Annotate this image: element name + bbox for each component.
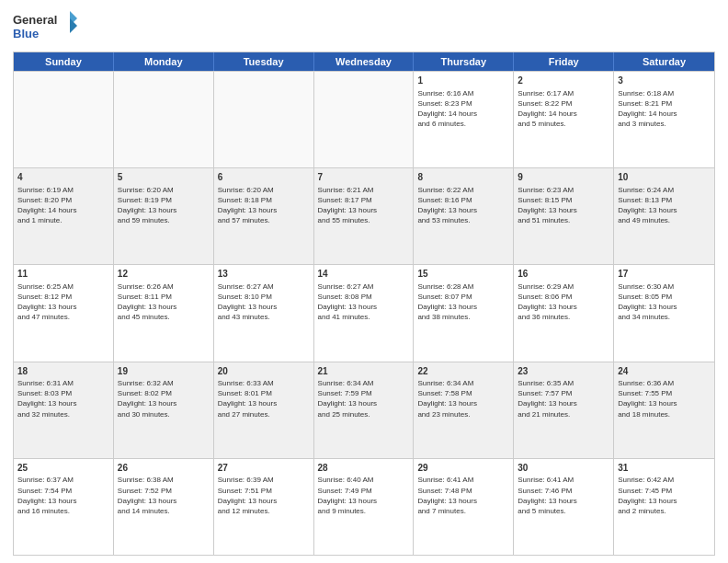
header-day-tuesday: Tuesday bbox=[214, 52, 314, 71]
day-number: 19 bbox=[118, 365, 210, 378]
cal-cell-empty-0 bbox=[14, 72, 114, 167]
cal-cell-28: 28Sunrise: 6:40 AMSunset: 7:49 PMDayligh… bbox=[314, 459, 415, 555]
cell-text: Daylight: 13 hours bbox=[318, 205, 410, 215]
cell-text: Daylight: 14 hours bbox=[17, 205, 109, 215]
cell-text: Sunset: 7:54 PM bbox=[17, 486, 109, 496]
cell-text: Daylight: 13 hours bbox=[17, 302, 109, 312]
cell-text: Sunset: 8:19 PM bbox=[118, 195, 210, 205]
cal-cell-4: 4Sunrise: 6:19 AMSunset: 8:20 PMDaylight… bbox=[14, 168, 114, 264]
day-number: 6 bbox=[218, 171, 310, 184]
cal-cell-13: 13Sunrise: 6:27 AMSunset: 8:10 PMDayligh… bbox=[214, 265, 314, 361]
cell-text: Sunset: 7:45 PM bbox=[618, 486, 711, 496]
cell-text: Sunset: 7:52 PM bbox=[118, 486, 210, 496]
cal-cell-12: 12Sunrise: 6:26 AMSunset: 8:11 PMDayligh… bbox=[114, 265, 214, 361]
cell-text: Daylight: 13 hours bbox=[218, 205, 310, 215]
day-number: 13 bbox=[218, 268, 310, 281]
cell-text: Daylight: 13 hours bbox=[518, 398, 609, 408]
header-day-sunday: Sunday bbox=[14, 52, 114, 71]
cal-cell-26: 26Sunrise: 6:38 AMSunset: 7:52 PMDayligh… bbox=[114, 459, 214, 555]
cal-cell-16: 16Sunrise: 6:29 AMSunset: 8:06 PMDayligh… bbox=[514, 265, 614, 361]
cell-text: Sunrise: 6:24 AM bbox=[618, 185, 711, 195]
cal-row-4: 25Sunrise: 6:37 AMSunset: 7:54 PMDayligh… bbox=[14, 458, 714, 555]
cell-text: Sunrise: 6:29 AM bbox=[518, 282, 609, 292]
cal-cell-8: 8Sunrise: 6:22 AMSunset: 8:16 PMDaylight… bbox=[414, 168, 514, 264]
cell-text: Sunrise: 6:25 AM bbox=[17, 282, 109, 292]
cell-text: Daylight: 13 hours bbox=[618, 302, 711, 312]
day-number: 28 bbox=[318, 462, 410, 475]
cell-text: and 36 minutes. bbox=[518, 312, 609, 322]
cell-text: Sunset: 8:13 PM bbox=[618, 195, 711, 205]
cell-text: Sunrise: 6:20 AM bbox=[218, 185, 310, 195]
cell-text: Sunset: 8:03 PM bbox=[17, 388, 109, 398]
cell-text: and 16 minutes. bbox=[17, 506, 109, 516]
cell-text: Sunrise: 6:33 AM bbox=[218, 378, 310, 388]
cell-text: Sunrise: 6:20 AM bbox=[118, 185, 210, 195]
day-number: 7 bbox=[318, 171, 410, 184]
cell-text: Sunset: 7:46 PM bbox=[518, 486, 609, 496]
cell-text: Sunset: 7:48 PM bbox=[417, 486, 509, 496]
cell-text: Sunset: 8:17 PM bbox=[318, 195, 410, 205]
cell-text: and 6 minutes. bbox=[417, 119, 509, 129]
cell-text: Daylight: 13 hours bbox=[417, 398, 509, 408]
cell-text: Daylight: 14 hours bbox=[618, 109, 711, 119]
cell-text: Sunrise: 6:34 AM bbox=[417, 378, 509, 388]
cell-text: and 2 minutes. bbox=[618, 506, 711, 516]
cal-cell-27: 27Sunrise: 6:39 AMSunset: 7:51 PMDayligh… bbox=[214, 459, 314, 555]
cell-text: Sunrise: 6:37 AM bbox=[17, 475, 109, 485]
day-number: 4 bbox=[17, 171, 109, 184]
cell-text: Daylight: 13 hours bbox=[318, 398, 410, 408]
cal-cell-25: 25Sunrise: 6:37 AMSunset: 7:54 PMDayligh… bbox=[14, 459, 114, 555]
cell-text: Daylight: 13 hours bbox=[518, 205, 609, 215]
cell-text: Daylight: 13 hours bbox=[17, 398, 109, 408]
cell-text: Sunset: 8:02 PM bbox=[118, 388, 210, 398]
cell-text: Sunrise: 6:30 AM bbox=[618, 282, 711, 292]
calendar-body: 1Sunrise: 6:16 AMSunset: 8:23 PMDaylight… bbox=[14, 71, 714, 555]
day-number: 1 bbox=[417, 75, 509, 87]
cell-text: and 7 minutes. bbox=[417, 506, 509, 516]
cell-text: Sunrise: 6:31 AM bbox=[17, 378, 109, 388]
cell-text: Daylight: 13 hours bbox=[17, 496, 109, 506]
cal-cell-empty-1 bbox=[114, 72, 214, 167]
day-number: 20 bbox=[218, 365, 310, 378]
cell-text: Sunset: 7:49 PM bbox=[318, 486, 410, 496]
cell-text: Daylight: 13 hours bbox=[218, 398, 310, 408]
cell-text: and 45 minutes. bbox=[118, 312, 210, 322]
cell-text: Sunset: 8:18 PM bbox=[218, 195, 310, 205]
cell-text: Daylight: 13 hours bbox=[618, 496, 711, 506]
cell-text: and 5 minutes. bbox=[518, 119, 609, 129]
cal-row-2: 11Sunrise: 6:25 AMSunset: 8:12 PMDayligh… bbox=[14, 264, 714, 361]
cal-cell-3: 3Sunrise: 6:18 AMSunset: 8:21 PMDaylight… bbox=[614, 72, 714, 167]
cell-text: Sunset: 8:08 PM bbox=[318, 292, 410, 302]
calendar-header: SundayMondayTuesdayWednesdayThursdayFrid… bbox=[14, 52, 714, 71]
cell-text: Sunset: 8:22 PM bbox=[518, 98, 609, 109]
day-number: 31 bbox=[618, 462, 711, 475]
cell-text: Sunset: 7:57 PM bbox=[518, 388, 609, 398]
cal-cell-10: 10Sunrise: 6:24 AMSunset: 8:13 PMDayligh… bbox=[614, 168, 714, 264]
cell-text: Sunrise: 6:36 AM bbox=[618, 378, 711, 388]
day-number: 30 bbox=[518, 462, 609, 475]
cal-cell-6: 6Sunrise: 6:20 AMSunset: 8:18 PMDaylight… bbox=[214, 168, 314, 264]
header: General Blue bbox=[13, 9, 715, 46]
calendar: SundayMondayTuesdayWednesdayThursdayFrid… bbox=[13, 52, 715, 556]
logo: General Blue bbox=[13, 9, 77, 46]
header-day-wednesday: Wednesday bbox=[314, 52, 415, 71]
cell-text: and 25 minutes. bbox=[318, 409, 410, 419]
cal-cell-empty-3 bbox=[314, 72, 415, 167]
cell-text: Sunset: 8:12 PM bbox=[17, 292, 109, 302]
cell-text: and 38 minutes. bbox=[417, 312, 509, 322]
day-number: 24 bbox=[618, 365, 711, 378]
cell-text: Sunrise: 6:21 AM bbox=[318, 185, 410, 195]
cell-text: and 23 minutes. bbox=[417, 409, 509, 419]
cell-text: and 21 minutes. bbox=[518, 409, 609, 419]
cell-text: Sunrise: 6:39 AM bbox=[218, 475, 310, 485]
cell-text: Sunset: 8:11 PM bbox=[118, 292, 210, 302]
cell-text: and 59 minutes. bbox=[118, 215, 210, 225]
day-number: 11 bbox=[17, 268, 109, 281]
cell-text: Sunset: 7:59 PM bbox=[318, 388, 410, 398]
cell-text: Sunset: 8:15 PM bbox=[518, 195, 609, 205]
cell-text: and 47 minutes. bbox=[17, 312, 109, 322]
day-number: 16 bbox=[518, 268, 609, 281]
cell-text: and 27 minutes. bbox=[218, 409, 310, 419]
cell-text: and 9 minutes. bbox=[318, 506, 410, 516]
cell-text: Daylight: 13 hours bbox=[618, 205, 711, 215]
